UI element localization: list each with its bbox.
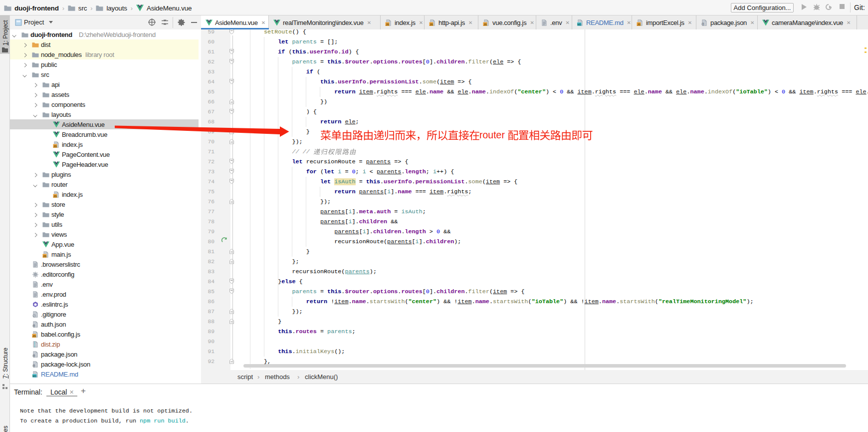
svg-text:{..}: {..}	[32, 364, 36, 367]
svg-text:JS: JS	[53, 145, 57, 148]
svg-text:{..}: {..}	[32, 324, 36, 327]
svg-text:MD: MD	[32, 375, 36, 378]
svg-text:{..}: {..}	[701, 22, 704, 25]
svg-text:JS: JS	[483, 23, 487, 26]
svg-text:JS: JS	[637, 23, 641, 26]
svg-text:JS: JS	[43, 255, 46, 258]
svg-text:{..}: {..}	[32, 354, 36, 357]
svg-text:MD: MD	[578, 22, 582, 25]
svg-text:JS: JS	[386, 23, 389, 26]
svg-text:JS: JS	[32, 335, 36, 338]
svg-text:JS: JS	[53, 195, 57, 198]
svg-text:JS: JS	[430, 23, 433, 26]
